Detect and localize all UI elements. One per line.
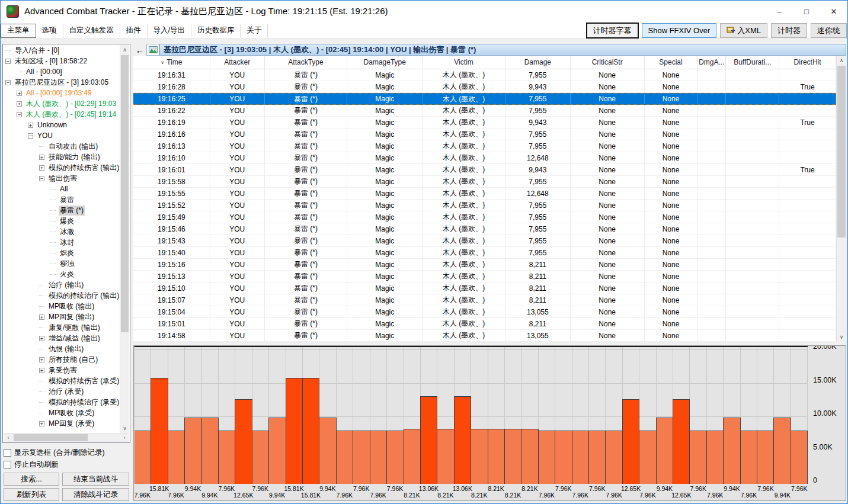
tree-item[interactable]: +木人 (墨欢、) - [02:29] 19:03 [4, 98, 120, 109]
column-header-Special[interactable]: Special [645, 56, 698, 69]
scroll-right-icon[interactable]: › [120, 434, 129, 442]
table-vertical-scrollbar[interactable]: ∧ ∨ [836, 56, 846, 342]
tree-item[interactable]: 炽炎 [4, 248, 120, 258]
search-button[interactable]: 搜索... [4, 473, 59, 486]
expand-icon[interactable]: + [39, 165, 44, 171]
tree-hscroll-thumb[interactable] [14, 434, 88, 441]
table-row[interactable]: 19:15:16YOU暴雷 (*)Magic木人 (墨欢、)8,211NoneN… [133, 259, 836, 271]
menu-item-3[interactable]: 自定义触发器 [63, 24, 120, 38]
tree-item[interactable]: 秽浊 [4, 258, 120, 269]
collapse-icon[interactable]: − [5, 59, 11, 64]
column-header-Victim[interactable]: Victim [423, 56, 505, 69]
table-row[interactable]: 19:15:10YOU暴雷 (*)Magic木人 (墨欢、)8,211NoneN… [133, 283, 836, 294]
tree-item[interactable]: 冰封 [4, 237, 120, 248]
tree-item[interactable]: 冰澈 [4, 226, 120, 237]
tree-item[interactable]: 爆炎 [4, 216, 120, 226]
tree-horizontal-scrollbar[interactable]: ‹ › [4, 433, 129, 442]
menu-item-5[interactable]: 导入/导出 [148, 24, 191, 38]
tree-item[interactable]: −输出伤害 [4, 173, 120, 184]
tree-item[interactable]: 火炎 [4, 269, 120, 280]
table-row[interactable]: 19:15:52YOU暴雷 (*)Magic木人 (墨欢、)7,955NoneN… [133, 200, 836, 211]
tree-item[interactable]: 治疗 (输出) [4, 280, 120, 290]
table-row[interactable]: 19:16:13YOU暴雷 (*)Magic木人 (墨欢、)7,955NoneN… [133, 140, 836, 152]
tree-item[interactable]: +模拟的持续伤害 (输出) [4, 162, 120, 173]
tree-item[interactable]: −木人 (墨欢、) - [02:45] 19:14 [4, 109, 120, 120]
table-row[interactable]: 19:16:19YOU暴雷 (*)Magic木人 (墨欢、)9,943NoneN… [133, 117, 836, 129]
table-row[interactable]: 19:15:40YOU暴雷 (*)Magic木人 (墨欢、)7,955NoneN… [133, 247, 836, 259]
expand-icon[interactable]: + [39, 357, 44, 362]
column-header-DirectHit[interactable]: DirectHit [779, 56, 836, 69]
table-row[interactable]: 19:16:31YOU暴雷 (*)Magic木人 (墨欢、)7,955NoneN… [133, 69, 836, 81]
tree-item[interactable]: +增益/减益 (输出) [4, 333, 120, 344]
table-row[interactable]: 19:15:07YOU暴雷 (*)Magic木人 (墨欢、)8,211NoneN… [133, 294, 836, 306]
column-header-DmgA[interactable]: DmgA... [697, 56, 726, 69]
expand-icon[interactable]: + [17, 91, 22, 96]
table-row[interactable]: 19:15:49YOU暴雷 (*)Magic木人 (墨欢、)7,955NoneN… [133, 211, 836, 223]
collapse-icon[interactable]: − [28, 133, 33, 139]
table-row[interactable]: 19:16:22YOU暴雷 (*)Magic木人 (墨欢、)7,955NoneN… [133, 105, 836, 117]
table-row[interactable]: 19:15:43YOU暴雷 (*)Magic木人 (墨欢、)7,955NoneN… [133, 235, 836, 247]
tree-item[interactable]: +Unknown [4, 120, 120, 130]
menu-item-1[interactable]: 主菜单 [1, 24, 36, 38]
refresh-list-button[interactable]: 刷新列表 [4, 488, 59, 501]
scroll-up-icon[interactable]: ∧ [120, 45, 129, 54]
table-row[interactable]: 19:16:01YOU暴雷 (*)Magic木人 (墨欢、)9,943NoneN… [133, 164, 836, 176]
tree-item[interactable]: 模拟的持续治疗 (承受) [4, 397, 120, 407]
scroll-up-icon[interactable]: ∧ [837, 56, 846, 65]
stop-autorefresh-checkbox[interactable] [4, 461, 11, 468]
tree-item[interactable]: +技能/能力 (输出) [4, 152, 120, 162]
menu-item-2[interactable]: 选项 [36, 24, 63, 38]
column-header-BuffDurati[interactable]: BuffDurati... [726, 56, 779, 69]
expand-icon[interactable]: + [39, 155, 44, 160]
toolbar-button-2[interactable]: Show FFXIV Over [642, 23, 717, 38]
column-header-Attacker[interactable]: Attacker [210, 56, 265, 69]
tree-item[interactable]: +MP回复 (承受) [4, 418, 120, 429]
toolbar-button-5[interactable]: 迷你统 [811, 23, 847, 38]
menu-item-4[interactable]: 插件 [120, 24, 148, 38]
table-row[interactable]: 19:15:46YOU暴雷 (*)Magic木人 (墨欢、)7,955NoneN… [133, 223, 836, 235]
close-button[interactable]: ✕ [820, 1, 847, 23]
table-vscroll-thumb[interactable] [837, 66, 846, 237]
table-row[interactable]: 19:15:58YOU暴雷 (*)Magic木人 (墨欢、)7,955NoneN… [133, 176, 836, 188]
back-arrow-icon[interactable]: ← [133, 44, 146, 56]
table-row[interactable]: 19:15:55YOU暴雷 (*)Magic木人 (墨欢、)12,648None… [133, 188, 836, 200]
table-row[interactable]: 19:15:13YOU暴雷 (*)Magic木人 (墨欢、)8,211NoneN… [133, 271, 836, 283]
column-header-AttackType[interactable]: AttackType [265, 56, 348, 69]
table-row[interactable]: 19:14:58YOU暴雷 (*)Magic木人 (墨欢、)13,055None… [133, 330, 836, 342]
table-row[interactable]: 19:16:25YOU暴雷 (*)Magic木人 (墨欢、)7,955NoneN… [133, 93, 836, 105]
toolbar-button-4[interactable]: 计时器 [771, 23, 807, 38]
table-row[interactable]: 19:16:10YOU暴雷 (*)Magic木人 (墨欢、)12,648None… [133, 152, 836, 164]
tree-item[interactable]: +所有技能 (自己) [4, 354, 120, 365]
tree-item[interactable]: 治疗 (承受) [4, 386, 120, 397]
column-header-Time[interactable]: ∨Time [133, 56, 210, 69]
tree-vscroll-thumb[interactable] [121, 55, 129, 332]
expand-icon[interactable]: + [28, 123, 33, 128]
end-encounter-button[interactable]: 结束当前战斗 [62, 473, 129, 486]
tree-item[interactable]: −未知区域 - [0] 18:58:22 [4, 56, 120, 66]
tree-item[interactable]: 暴雷 (*) [4, 205, 120, 216]
tree-item[interactable]: MP吸收 (输出) [4, 301, 120, 312]
column-header-CriticalStr[interactable]: CriticalStr [571, 56, 645, 69]
tree-item[interactable]: 暴雷 [4, 194, 120, 205]
table-row[interactable]: 19:15:04YOU暴雷 (*)Magic木人 (墨欢、)13,055None… [133, 306, 836, 318]
expand-icon[interactable]: + [39, 368, 44, 373]
expand-icon[interactable]: + [39, 421, 44, 426]
tree-item[interactable]: 康复/驱散 (输出) [4, 322, 120, 333]
show-checkbox-merge-delete[interactable] [4, 449, 11, 457]
tree-item[interactable]: +承受伤害 [4, 365, 120, 375]
maximize-button[interactable]: □ [793, 1, 820, 23]
tree-item[interactable]: All [4, 184, 120, 194]
collapse-icon[interactable]: − [17, 112, 22, 117]
expand-icon[interactable]: + [39, 336, 44, 341]
toolbar-button-1[interactable]: 计时器字幕 [587, 23, 638, 38]
tree-item[interactable]: MP吸收 (承受) [4, 407, 120, 418]
scroll-down-icon[interactable]: ∨ [120, 423, 129, 433]
scroll-down-icon[interactable]: ∨ [837, 332, 846, 342]
tree-item[interactable]: −基拉巴尼亚边区 - [3] 19:03:05 [4, 77, 120, 88]
toolbar-button-3[interactable]: 入XML [720, 23, 767, 38]
minimize-button[interactable]: – [766, 1, 793, 23]
scroll-left-icon[interactable]: ‹ [4, 434, 13, 442]
clear-encounters-button[interactable]: 清除战斗记录 [62, 488, 129, 501]
table-row[interactable]: 19:16:28YOU暴雷 (*)Magic木人 (墨欢、)9,943NoneN… [133, 81, 836, 93]
tree-item[interactable]: 导入/合并 - [0] [4, 45, 120, 56]
